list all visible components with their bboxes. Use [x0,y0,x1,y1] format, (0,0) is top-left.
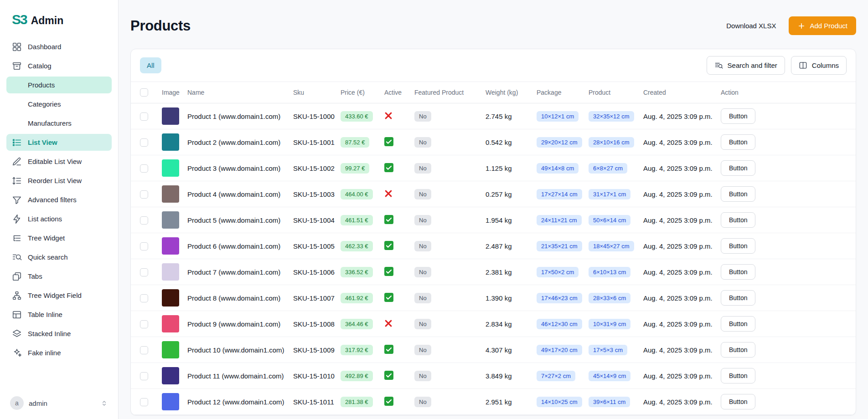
product-name-link[interactable]: Product 6 (www.domain1.com) [187,242,280,250]
row-checkbox[interactable] [140,268,148,276]
weight-value: 2.834 kg [486,320,512,328]
product-dimensions-badge: 45×14×9 cm [589,371,630,381]
sidebar-item-manufacturers[interactable]: Manufacturers [6,115,112,132]
row-checkbox[interactable] [140,138,148,147]
sidebar-item-label: Products [28,81,55,89]
product-dimensions-badge: 10×31×9 cm [589,319,630,329]
logo-mark: S3 [12,12,27,27]
sidebar-item-tree-widget[interactable]: Tree Widget [6,230,112,246]
row-action-button[interactable]: Button [721,212,755,228]
sidebar-item-reorder-list-view[interactable]: Reorder List View [6,172,112,189]
sidebar-item-tree-widget-field[interactable]: Tree Widget Field [6,287,112,304]
product-name-link[interactable]: Product 1 (www.domain1.com) [187,112,280,120]
table-row: Product 4 (www.domain1.com) SKU-15-1003 … [131,181,856,207]
col-header-price: Price (€) [335,82,379,103]
featured-badge: No [414,111,431,122]
product-sku: SKU-15-1007 [293,294,335,302]
row-checkbox[interactable] [140,216,148,225]
product-dimensions-badge: 17×5×3 cm [589,345,627,355]
sidebar-item-categories[interactable]: Categories [6,96,112,112]
price-badge: 462.33 € [341,241,373,251]
row-checkbox[interactable] [140,346,148,354]
product-name-link[interactable]: Product 8 (www.domain1.com) [187,294,280,302]
created-value: Aug. 4, 2025 3:09 p.m. [643,164,713,172]
columns-button[interactable]: Columns [791,56,847,75]
col-header-name: Name [182,82,288,103]
row-checkbox[interactable] [140,372,148,380]
product-image [162,237,179,255]
weight-value: 2.487 kg [486,242,512,250]
product-name-link[interactable]: Product 12 (www.domain1.com) [187,398,284,406]
created-value: Aug. 4, 2025 3:09 p.m. [643,216,713,224]
row-action-button[interactable]: Button [721,108,755,124]
user-menu[interactable]: a admin [0,391,118,410]
sidebar-item-stacked-inline[interactable]: Stacked Inline [6,325,112,342]
row-checkbox[interactable] [140,398,148,406]
row-checkbox[interactable] [140,190,148,199]
sidebar-item-label: Reorder List View [28,177,82,184]
logo-text: Admin [31,15,64,27]
col-header-package: Package [531,82,583,103]
sidebar-item-label: Categories [28,100,61,108]
table-row: Product 7 (www.domain1.com) SKU-15-1006 … [131,259,856,285]
header-actions: Download XLSX Add Product [726,16,856,35]
product-name-link[interactable]: Product 4 (www.domain1.com) [187,190,280,198]
search-and-filter-label: Search and filter [728,61,777,69]
row-action-button[interactable]: Button [721,342,755,358]
row-action-button[interactable]: Button [721,160,755,176]
sidebar-item-catalog[interactable]: Catalog [6,57,112,74]
row-action-button[interactable]: Button [721,186,755,202]
row-action-button[interactable]: Button [721,394,755,409]
table-row: Product 5 (www.domain1.com) SKU-15-1004 … [131,207,856,233]
search-lines-icon [12,252,22,262]
dashboard-icon [12,42,22,52]
col-header-action: Action [715,82,856,103]
row-checkbox[interactable] [140,242,148,250]
featured-badge: No [414,397,431,407]
row-checkbox[interactable] [140,164,148,173]
row-action-button[interactable]: Button [721,290,755,306]
row-action-button[interactable]: Button [721,368,755,383]
sidebar-item-tabs[interactable]: Tabs [6,268,112,285]
product-sku: SKU-15-1003 [293,190,335,198]
add-product-button[interactable]: Add Product [789,16,856,35]
product-name-link[interactable]: Product 7 (www.domain1.com) [187,268,280,276]
row-action-button[interactable]: Button [721,316,755,332]
product-name-link[interactable]: Product 11 (www.domain1.com) [187,372,284,380]
sidebar-item-list-actions[interactable]: List actions [6,210,112,227]
product-image [162,315,179,332]
product-name-link[interactable]: Product 3 (www.domain1.com) [187,164,280,172]
row-action-button[interactable]: Button [721,264,755,280]
active-yes-icon [384,345,393,354]
created-value: Aug. 4, 2025 3:09 p.m. [643,190,713,198]
row-action-button[interactable]: Button [721,134,755,150]
product-name-link[interactable]: Product 5 (www.domain1.com) [187,216,280,224]
product-image [162,341,179,358]
chevron-expand-icon[interactable] [100,399,108,407]
row-action-button[interactable]: Button [721,238,755,254]
sidebar-item-label: Tree Widget Field [28,291,82,299]
products-card: All Search and filter Columns [130,49,856,415]
sidebar-item-table-inline[interactable]: Table Inline [6,306,112,323]
package-badge: 29×20×12 cm [537,137,582,148]
download-xlsx-link[interactable]: Download XLSX [726,22,776,30]
row-checkbox[interactable] [140,294,148,302]
product-name-link[interactable]: Product 10 (www.domain1.com) [187,346,284,354]
product-name-link[interactable]: Product 2 (www.domain1.com) [187,138,280,146]
search-and-filter-button[interactable]: Search and filter [707,56,785,75]
sidebar-item-fake-inline[interactable]: Fake inline [6,344,112,361]
sidebar-item-editable-list-view[interactable]: Editable List View [6,153,112,170]
sidebar-item-advanced-filters[interactable]: Advanced filters [6,191,112,208]
sidebar-item-list-view[interactable]: List View [6,134,112,151]
sidebar-item-quick-search[interactable]: Quick search [6,249,112,266]
weight-value: 3.849 kg [486,372,512,380]
table-row: Product 12 (www.domain1.com) SKU-15-1011… [131,389,856,415]
active-yes-icon [384,215,393,224]
product-name-link[interactable]: Product 9 (www.domain1.com) [187,320,280,328]
row-checkbox[interactable] [140,112,148,121]
select-all-checkbox[interactable] [140,88,148,97]
sidebar-item-dashboard[interactable]: Dashboard [6,38,112,55]
sidebar-item-products[interactable]: Products [6,77,112,93]
row-checkbox[interactable] [140,320,148,328]
tab-all[interactable]: All [140,57,161,73]
